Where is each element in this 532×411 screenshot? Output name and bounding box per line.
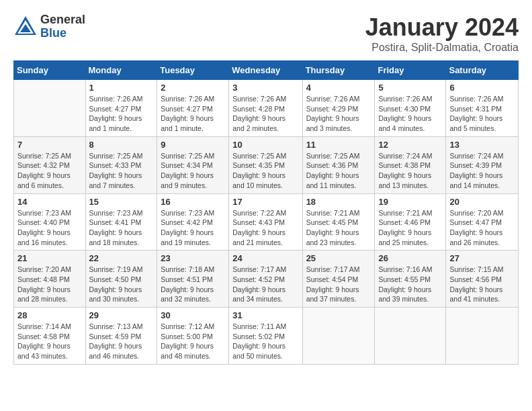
logo-icon [13, 15, 38, 39]
day-number: 10 [232, 140, 298, 150]
day-info: Sunrise: 7:24 AMSunset: 4:38 PMDaylight:… [378, 151, 442, 191]
calendar-cell: 4Sunrise: 7:26 AMSunset: 4:29 PMDaylight… [302, 80, 375, 137]
calendar-cell: 28Sunrise: 7:14 AMSunset: 4:58 PMDayligh… [14, 308, 86, 365]
day-number: 9 [161, 140, 225, 150]
calendar-cell: 31Sunrise: 7:11 AMSunset: 5:02 PMDayligh… [229, 308, 302, 365]
calendar-cell: 22Sunrise: 7:19 AMSunset: 4:50 PMDayligh… [85, 250, 157, 308]
calendar-cell: 14Sunrise: 7:23 AMSunset: 4:40 PMDayligh… [14, 193, 86, 250]
title-section: January 2024 Postira, Split-Dalmatia, Cr… [365, 13, 519, 54]
day-info: Sunrise: 7:12 AMSunset: 5:00 PMDaylight:… [161, 322, 225, 361]
month-title: January 2024 [365, 13, 519, 42]
day-info: Sunrise: 7:19 AMSunset: 4:50 PMDaylight:… [89, 265, 154, 304]
day-number: 22 [89, 253, 154, 263]
calendar-body: 1Sunrise: 7:26 AMSunset: 4:27 PMDaylight… [14, 80, 519, 365]
calendar-cell: 16Sunrise: 7:23 AMSunset: 4:42 PMDayligh… [157, 193, 229, 250]
calendar-cell: 25Sunrise: 7:17 AMSunset: 4:54 PMDayligh… [302, 250, 375, 308]
weekday-header-tuesday: Tuesday [157, 61, 229, 80]
logo-general-text: General [40, 13, 85, 27]
calendar-cell [302, 308, 375, 365]
day-info: Sunrise: 7:26 AMSunset: 4:28 PMDaylight:… [232, 94, 298, 134]
day-number: 12 [378, 140, 442, 150]
calendar-cell [375, 308, 446, 365]
day-number: 18 [306, 197, 371, 207]
weekday-header-thursday: Thursday [302, 61, 375, 80]
calendar-week-row: 21Sunrise: 7:20 AMSunset: 4:48 PMDayligh… [14, 250, 519, 308]
logo: General Blue [13, 13, 85, 40]
day-info: Sunrise: 7:25 AMSunset: 4:34 PMDaylight:… [161, 151, 225, 191]
day-info: Sunrise: 7:26 AMSunset: 4:30 PMDaylight:… [378, 94, 442, 134]
day-number: 8 [89, 140, 154, 150]
day-info: Sunrise: 7:15 AMSunset: 4:56 PMDaylight:… [449, 265, 515, 304]
day-number: 17 [232, 197, 298, 207]
day-info: Sunrise: 7:26 AMSunset: 4:31 PMDaylight:… [449, 94, 515, 134]
day-info: Sunrise: 7:26 AMSunset: 4:27 PMDaylight:… [161, 94, 225, 134]
day-info: Sunrise: 7:24 AMSunset: 4:39 PMDaylight:… [449, 151, 515, 191]
calendar-cell: 20Sunrise: 7:20 AMSunset: 4:47 PMDayligh… [446, 193, 519, 250]
calendar-cell: 15Sunrise: 7:23 AMSunset: 4:41 PMDayligh… [85, 193, 157, 250]
calendar-cell: 19Sunrise: 7:21 AMSunset: 4:46 PMDayligh… [375, 193, 446, 250]
day-info: Sunrise: 7:13 AMSunset: 4:59 PMDaylight:… [89, 322, 154, 361]
day-info: Sunrise: 7:26 AMSunset: 4:29 PMDaylight:… [306, 94, 371, 134]
day-number: 31 [232, 310, 298, 320]
day-info: Sunrise: 7:14 AMSunset: 4:58 PMDaylight:… [17, 322, 82, 361]
day-number: 23 [161, 253, 225, 263]
calendar-cell: 21Sunrise: 7:20 AMSunset: 4:48 PMDayligh… [14, 250, 86, 308]
calendar-cell [14, 80, 86, 137]
day-number: 24 [232, 253, 298, 263]
page-header: General Blue January 2024 Postira, Split… [13, 13, 519, 54]
day-number: 20 [449, 197, 515, 207]
day-number: 11 [306, 140, 371, 150]
day-info: Sunrise: 7:23 AMSunset: 4:41 PMDaylight:… [89, 208, 154, 248]
day-info: Sunrise: 7:22 AMSunset: 4:43 PMDaylight:… [232, 208, 298, 248]
calendar-cell: 17Sunrise: 7:22 AMSunset: 4:43 PMDayligh… [229, 193, 302, 250]
calendar-cell: 18Sunrise: 7:21 AMSunset: 4:45 PMDayligh… [302, 193, 375, 250]
day-number: 26 [378, 253, 442, 263]
weekday-header-sunday: Sunday [14, 61, 86, 80]
calendar-cell: 29Sunrise: 7:13 AMSunset: 4:59 PMDayligh… [85, 308, 157, 365]
day-info: Sunrise: 7:25 AMSunset: 4:36 PMDaylight:… [306, 151, 371, 191]
calendar-header: SundayMondayTuesdayWednesdayThursdayFrid… [14, 61, 519, 80]
day-number: 2 [161, 83, 225, 93]
calendar-cell: 24Sunrise: 7:17 AMSunset: 4:52 PMDayligh… [229, 250, 302, 308]
day-info: Sunrise: 7:11 AMSunset: 5:02 PMDaylight:… [232, 322, 298, 361]
calendar-cell: 12Sunrise: 7:24 AMSunset: 4:38 PMDayligh… [375, 136, 446, 193]
day-info: Sunrise: 7:17 AMSunset: 4:52 PMDaylight:… [232, 265, 298, 304]
calendar-cell: 8Sunrise: 7:25 AMSunset: 4:33 PMDaylight… [85, 136, 157, 193]
day-number: 14 [17, 197, 82, 207]
calendar-cell: 7Sunrise: 7:25 AMSunset: 4:32 PMDaylight… [14, 136, 86, 193]
calendar-week-row: 1Sunrise: 7:26 AMSunset: 4:27 PMDaylight… [14, 80, 519, 137]
day-info: Sunrise: 7:17 AMSunset: 4:54 PMDaylight:… [306, 265, 371, 304]
day-number: 4 [306, 83, 371, 93]
logo-text: General Blue [40, 13, 85, 40]
weekday-header-wednesday: Wednesday [229, 61, 302, 80]
calendar-cell: 2Sunrise: 7:26 AMSunset: 4:27 PMDaylight… [157, 80, 229, 137]
calendar-cell: 30Sunrise: 7:12 AMSunset: 5:00 PMDayligh… [157, 308, 229, 365]
day-number: 28 [17, 310, 82, 320]
weekday-row: SundayMondayTuesdayWednesdayThursdayFrid… [14, 61, 519, 80]
calendar-cell [446, 308, 519, 365]
day-number: 27 [449, 253, 515, 263]
calendar-cell: 27Sunrise: 7:15 AMSunset: 4:56 PMDayligh… [446, 250, 519, 308]
day-number: 29 [89, 310, 154, 320]
calendar-cell: 1Sunrise: 7:26 AMSunset: 4:27 PMDaylight… [85, 80, 157, 137]
calendar-cell: 10Sunrise: 7:25 AMSunset: 4:35 PMDayligh… [229, 136, 302, 193]
weekday-header-friday: Friday [375, 61, 446, 80]
day-number: 3 [232, 83, 298, 93]
calendar-cell: 9Sunrise: 7:25 AMSunset: 4:34 PMDaylight… [157, 136, 229, 193]
day-number: 13 [449, 140, 515, 150]
calendar-cell: 26Sunrise: 7:16 AMSunset: 4:55 PMDayligh… [375, 250, 446, 308]
day-number: 7 [17, 140, 82, 150]
day-info: Sunrise: 7:21 AMSunset: 4:45 PMDaylight:… [306, 208, 371, 248]
day-number: 5 [378, 83, 442, 93]
day-number: 25 [306, 253, 371, 263]
weekday-header-saturday: Saturday [446, 61, 519, 80]
day-number: 21 [17, 253, 82, 263]
day-info: Sunrise: 7:16 AMSunset: 4:55 PMDaylight:… [378, 265, 442, 304]
weekday-header-monday: Monday [85, 61, 157, 80]
day-number: 19 [378, 197, 442, 207]
logo-blue-text: Blue [40, 27, 85, 40]
location-text: Postira, Split-Dalmatia, Croatia [365, 42, 519, 54]
day-info: Sunrise: 7:25 AMSunset: 4:33 PMDaylight:… [89, 151, 154, 191]
day-info: Sunrise: 7:21 AMSunset: 4:46 PMDaylight:… [378, 208, 442, 248]
day-info: Sunrise: 7:23 AMSunset: 4:40 PMDaylight:… [17, 208, 82, 248]
